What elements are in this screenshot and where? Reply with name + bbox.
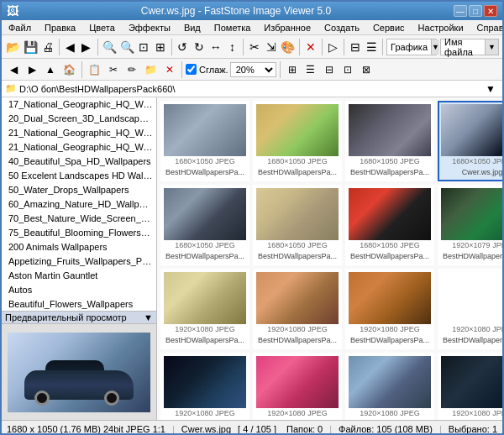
print-button[interactable]: 🖨 (40, 37, 55, 57)
nav-back-button[interactable]: ◀ (5, 61, 22, 78)
file-count: Файлов: 105 (108 MB) (339, 424, 433, 434)
thumbnail-item-8[interactable]: 1920×1080 JPEGBestHDWallpapersPa... (160, 269, 249, 349)
rotate-right-button[interactable]: ↻ (192, 37, 207, 57)
move-button[interactable]: ✂ (105, 61, 122, 78)
nav-home-button[interactable]: 🏠 (60, 61, 78, 78)
tree-item-7[interactable]: 60_Amazing_Nature_HD_Wallpapers (2, 197, 156, 212)
fit-button[interactable]: ⊡ (137, 37, 152, 57)
thumbnail-res-9: 1920×1080 JPEG (258, 324, 337, 335)
tree-item-4[interactable]: 40_Beautiful_Spa_HD_Wallpapers (2, 155, 156, 169)
thumbnail-item-3[interactable]: 1680×1050 JPEGCwer.ws.jpg (438, 101, 502, 181)
thumbnail-item-13[interactable]: 1920×1080 JPEGBestHDWallpapersPa... (253, 353, 342, 420)
path-bar: 📁 D:\О боп\BestHDWallpapersPack660\ ▼ (2, 81, 502, 97)
tree-item-12[interactable]: Aston Martin Gauntlet (2, 269, 156, 283)
thumbnail-item-4[interactable]: 1680×1050 JPEGBestHDWallpapersPa... (160, 185, 249, 265)
menu-view[interactable]: Вид (181, 22, 204, 34)
tree-item-11[interactable]: Appetizing_Fruits_Wallpapers_Pack (2, 254, 156, 269)
thumbnail-item-2[interactable]: 1680×1050 JPEGBestHDWallpapersPa... (345, 101, 434, 181)
thumbnail-item-11[interactable]: 1920×1080 JPEGBestHDWallpapersPa... (438, 269, 502, 349)
minimize-button[interactable]: — (454, 5, 467, 17)
tree-item-14[interactable]: Beautiful_Flowers_Wallpapers (2, 297, 156, 311)
menu-colors[interactable]: Цвета (86, 22, 118, 34)
menu-create[interactable]: Создать (321, 22, 363, 34)
thumbnail-info-5: 1680×1050 JPEGBestHDWallpapersPa... (258, 240, 337, 262)
tree-item-2[interactable]: 21_National_Geographic_HQ_Wallpaper_Pa..… (2, 126, 156, 140)
thumbnail-item-5[interactable]: 1680×1050 JPEGBestHDWallpapersPa... (253, 185, 342, 265)
copy-button[interactable]: 📋 (86, 61, 103, 78)
prev-button[interactable]: ◀ (62, 37, 77, 57)
thumbnail-item-6[interactable]: 1680×1050 JPEGBestHDWallpapersPa... (345, 185, 434, 265)
thumbnail-item-1[interactable]: 1680×1050 JPEGBestHDWallpapersPa... (253, 101, 342, 181)
preview-arrow-icon[interactable]: ▼ (144, 312, 153, 322)
view-dropdown[interactable]: Графика ▼ (386, 39, 437, 55)
zoom-out-button[interactable]: 🔍 (119, 37, 135, 57)
thumbnail-item-15[interactable]: 1920×1080 JPEGBestHDWallpapersPa... (438, 353, 502, 420)
thumbnail-item-12[interactable]: 1920×1080 JPEGBestHDWallpapersPa... (160, 353, 249, 420)
thumbnail-item-0[interactable]: 1680×1050 JPEGBestHDWallpapersPa... (160, 101, 249, 181)
view-btn-1[interactable]: ⊞ (284, 61, 301, 78)
rotate-left-button[interactable]: ↺ (176, 37, 191, 57)
smooth-checkbox[interactable] (186, 64, 197, 75)
sort-dropdown-arrow[interactable]: ▼ (485, 39, 498, 55)
thumbnail-item-10[interactable]: 1920×1080 JPEGBestHDWallpapersPa... (345, 269, 434, 349)
thumbnail-image-4 (164, 188, 246, 240)
menu-effects[interactable]: Эффекты (125, 22, 174, 34)
save-button[interactable]: 💾 (23, 37, 39, 57)
menu-help[interactable]: Справка (474, 22, 504, 34)
zoom-in-button[interactable]: 🔍 (102, 37, 118, 57)
del-button[interactable]: ✕ (161, 61, 178, 78)
thumbs-button[interactable]: ⊟ (348, 37, 363, 57)
thumbnail-image-10 (349, 272, 431, 324)
menu-settings[interactable]: Настройки (415, 22, 467, 34)
tree-item-0[interactable]: 17_National_Geographic_HQ_Wallpaper_Pa..… (2, 97, 156, 112)
flip-h-button[interactable]: ↔ (208, 37, 223, 57)
view-btn-3[interactable]: ⊟ (321, 61, 338, 78)
tree-item-8[interactable]: 70_Best_Nature_Wide_Screen_Full_HD_Wall (2, 212, 156, 226)
tree-item-13[interactable]: Autos (2, 283, 156, 297)
view-dropdown-arrow[interactable]: ▼ (431, 39, 439, 55)
flip-v-button[interactable]: ↕ (225, 37, 240, 57)
thumbnail-item-14[interactable]: 1920×1080 JPEGBestHDWallpapersPa... (345, 353, 434, 420)
thumbnail-res-0: 1680×1050 JPEG (165, 156, 244, 167)
close-button[interactable]: ✕ (484, 5, 497, 17)
thumbnail-res-11: 1920×1080 JPEG (443, 324, 502, 335)
tree-item-5[interactable]: 50 Excelent Landscapes HD Wallpapers (Se… (2, 169, 156, 183)
slideshow-button[interactable]: ▷ (326, 37, 341, 57)
resize-button[interactable]: ⇲ (264, 37, 279, 57)
sort-dropdown[interactable]: Имя файла ▼ (440, 39, 499, 55)
fullsize-button[interactable]: ⊞ (153, 37, 168, 57)
thumbnail-item-7[interactable]: 1920×1079 JPEGBestHDWallpapersPa... (438, 185, 502, 265)
zoom-select[interactable]: 10%20%25%50%75%100% (230, 62, 276, 77)
thumbnail-info-11: 1920×1080 JPEGBestHDWallpapersPa... (443, 324, 502, 346)
tree-item-1[interactable]: 20_Dual_Screen_3D_Landscapes_Wallpeper (2, 112, 156, 126)
list-button[interactable]: ☰ (365, 37, 380, 57)
maximize-button[interactable]: □ (469, 5, 482, 17)
delete-button[interactable]: ✕ (303, 37, 318, 57)
thumbnail-image-13 (256, 356, 339, 408)
thumbnail-info-4: 1680×1050 JPEGBestHDWallpapersPa... (165, 240, 244, 262)
view-btn-5[interactable]: ⊠ (358, 61, 375, 78)
menu-favorites[interactable]: Избранное (260, 22, 314, 34)
open-button[interactable]: 📂 (5, 37, 21, 57)
crop-button[interactable]: ✂ (247, 37, 262, 57)
menu-mark[interactable]: Пометка (211, 22, 255, 34)
color-button[interactable]: 🎨 (280, 37, 296, 57)
menu-file[interactable]: Файл (5, 22, 34, 34)
view-btn-2[interactable]: ☰ (302, 61, 319, 78)
nav-up-button[interactable]: ▲ (42, 61, 59, 78)
menu-service[interactable]: Сервис (370, 22, 408, 34)
tree-item-3[interactable]: 21_National_Geographic_HQ_Wallpaper_Pa..… (2, 140, 156, 155)
view-btn-4[interactable]: ⊡ (339, 61, 356, 78)
nav-forward-button[interactable]: ▶ (24, 61, 40, 78)
menu-edit[interactable]: Правка (41, 22, 79, 34)
thumbnail-item-9[interactable]: 1920×1080 JPEGBestHDWallpapersPa... (253, 269, 342, 349)
rename-button[interactable]: ✏ (123, 61, 140, 78)
path-dropdown-btn[interactable]: ▼ (482, 81, 499, 97)
tree-item-10[interactable]: 200 Animals Wallpapers (2, 240, 156, 254)
preview-label-text: Предварительный просмотр (5, 312, 127, 322)
tree-item-9[interactable]: 75_Beautiful_Blooming_Flowers_Wide_HQ_..… (2, 226, 156, 240)
newfolder-button[interactable]: 📁 (142, 61, 160, 78)
next-button[interactable]: ▶ (79, 37, 94, 57)
tree-item-6[interactable]: 50_Water_Drops_Wallpapers (2, 183, 156, 197)
toolbar-sep-4 (243, 39, 244, 55)
